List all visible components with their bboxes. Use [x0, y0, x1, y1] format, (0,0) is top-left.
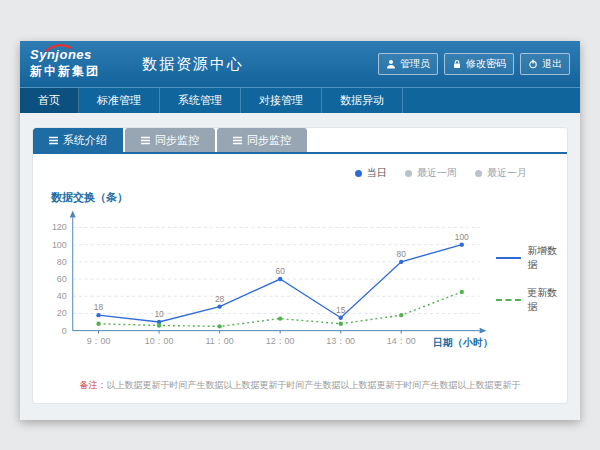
line-sample-dotted [496, 299, 522, 301]
list-icon [233, 136, 242, 145]
svg-text:100: 100 [52, 240, 67, 250]
svg-text:12：00: 12：00 [266, 336, 295, 346]
svg-text:9：00: 9：00 [87, 336, 111, 346]
svg-text:13：00: 13：00 [326, 336, 355, 346]
admin-button-label: 管理员 [400, 57, 430, 71]
nav-item-standard-mgmt[interactable]: 标准管理 [79, 88, 160, 113]
time-range-legend: 当日 最近一周 最近一月 [33, 154, 567, 180]
filter-last-month[interactable]: 最近一月 [475, 166, 527, 180]
svg-text:10：00: 10：00 [145, 336, 174, 346]
filter-today[interactable]: 当日 [355, 166, 387, 180]
nav-item-data-change[interactable]: 数据异动 [322, 88, 403, 113]
admin-button[interactable]: 管理员 [378, 53, 438, 75]
change-password-button[interactable]: 修改密码 [444, 53, 514, 75]
logout-button[interactable]: 退出 [520, 53, 570, 75]
svg-text:80: 80 [397, 249, 407, 259]
page-title: 数据资源中心 [142, 55, 244, 74]
brand-logo: Synjones 新中新集团 [30, 48, 134, 80]
change-password-label: 修改密码 [466, 57, 506, 71]
svg-text:10: 10 [154, 309, 164, 319]
chart-row: 0204060801001209：0010：0011：0012：0013：001… [33, 205, 567, 363]
content-area: 系统介绍 同步监控 同步监控 [20, 113, 580, 420]
svg-text:日期（小时）: 日期（小时） [433, 337, 492, 348]
svg-text:20: 20 [57, 308, 67, 318]
legend-dot [475, 170, 482, 177]
svg-text:60: 60 [57, 274, 67, 284]
footnote-label: 备注： [80, 380, 107, 390]
svg-text:60: 60 [275, 266, 285, 276]
tab-system-intro[interactable]: 系统介绍 [33, 128, 123, 152]
svg-text:0: 0 [62, 326, 67, 336]
legend-item-updated-data[interactable]: 更新数据 [496, 286, 567, 314]
legend-item-new-data[interactable]: 新增数据 [496, 244, 567, 272]
series-legend: 新增数据 更新数据 [496, 244, 567, 314]
tab-bar: 系统介绍 同步监控 同步监控 [33, 128, 567, 154]
filter-last-week[interactable]: 最近一周 [405, 166, 457, 180]
line-chart: 0204060801001209：0010：0011：0012：0013：001… [39, 205, 494, 363]
svg-text:80: 80 [57, 257, 67, 267]
svg-text:120: 120 [52, 222, 67, 232]
svg-text:14：00: 14：00 [387, 336, 416, 346]
svg-text:28: 28 [215, 294, 225, 304]
tab-label: 系统介绍 [63, 133, 107, 148]
filter-label: 最近一周 [417, 166, 457, 180]
tab-label: 同步监控 [247, 133, 291, 148]
series-label: 更新数据 [527, 286, 567, 314]
svg-text:40: 40 [57, 291, 67, 301]
legend-dot [405, 170, 412, 177]
nav-item-interface-mgmt[interactable]: 对接管理 [241, 88, 322, 113]
svg-text:11：00: 11：00 [206, 336, 234, 346]
svg-text:15: 15 [336, 305, 346, 315]
tab-sync-monitor-1[interactable]: 同步监控 [125, 128, 215, 152]
svg-text:18: 18 [94, 302, 104, 312]
main-nav: 首页 标准管理 系统管理 对接管理 数据异动 [20, 87, 580, 113]
filter-label: 最近一月 [487, 166, 527, 180]
tab-label: 同步监控 [155, 133, 199, 148]
app-window: Synjones 新中新集团 数据资源中心 管理员 修改密码 [20, 41, 580, 420]
list-icon [49, 136, 58, 145]
header-actions: 管理员 修改密码 退出 [378, 53, 570, 75]
nav-item-system-mgmt[interactable]: 系统管理 [160, 88, 241, 113]
tab-sync-monitor-2[interactable]: 同步监控 [217, 128, 307, 152]
footnote-text: 以上数据更新于时间产生数据以上数据更新于时间产生数据以上数据更新于时间产生数据以… [107, 380, 521, 390]
user-icon [386, 59, 396, 69]
line-sample-solid [496, 257, 522, 259]
logo-text-cn: 新中新集团 [30, 63, 134, 80]
svg-text:100: 100 [455, 232, 469, 242]
legend-dot [355, 170, 362, 177]
list-icon [141, 136, 150, 145]
app-header: Synjones 新中新集团 数据资源中心 管理员 修改密码 [20, 41, 580, 87]
lock-icon [452, 59, 462, 69]
filter-label: 当日 [367, 166, 387, 180]
chart-y-axis-title: 数据交换（条） [51, 190, 567, 205]
footnote: 备注：以上数据更新于时间产生数据以上数据更新于时间产生数据以上数据更新于时间产生… [33, 379, 567, 392]
nav-item-home[interactable]: 首页 [20, 88, 79, 113]
main-card: 系统介绍 同步监控 同步监控 [32, 127, 568, 404]
logout-label: 退出 [542, 57, 562, 71]
power-icon [528, 59, 538, 69]
logo-text-en: Synjones [30, 48, 134, 61]
series-label: 新增数据 [527, 244, 567, 272]
